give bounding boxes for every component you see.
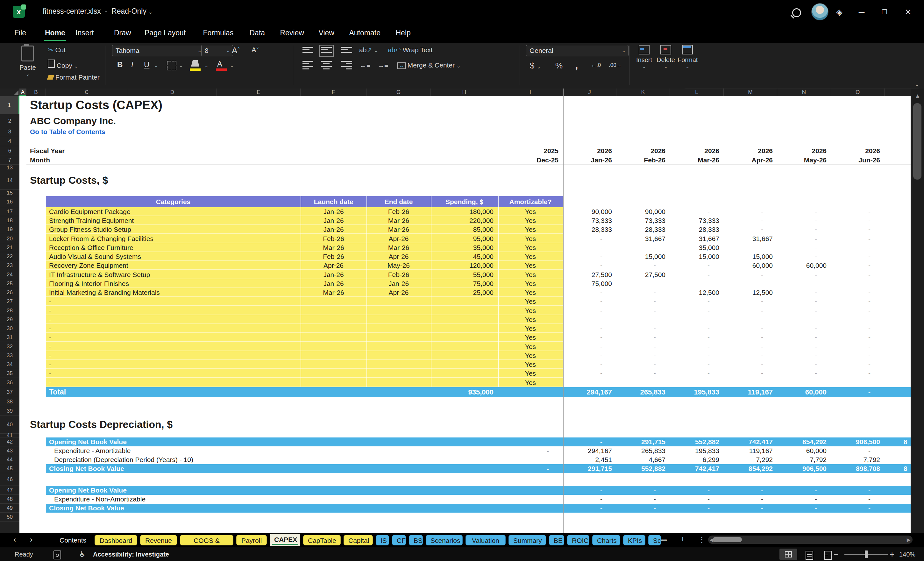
header-amortizable[interactable]: Amortizable? [498,196,563,207]
month-val-M26[interactable]: 12,500 [724,288,777,297]
nam-49-O[interactable]: - [831,504,885,513]
read-only-badge[interactable]: Read-Only [111,7,147,15]
sheet-tab-summary[interactable]: Summary [508,535,546,545]
row-header-24[interactable]: 24 [0,270,20,279]
accessibility-status[interactable]: Accessibility: Investigate [93,547,169,561]
month-val-N36[interactable]: - [777,378,831,387]
sheet-tab-scenarios[interactable]: Scenarios [426,535,463,545]
column-header-F[interactable]: F [301,88,366,96]
dep-43-K[interactable]: 265,833 [616,446,670,455]
month-val-N35[interactable]: - [777,369,831,378]
sheet-tab-roic[interactable]: ROIC [567,535,590,545]
dep-43-label[interactable]: Expenditure - Amortizable [46,446,431,455]
ribbon-tab-automate[interactable]: Automate [343,24,387,43]
amortizable-22[interactable]: Yes [498,252,563,261]
month-val-M31[interactable]: - [724,333,777,342]
category-35[interactable]: - [46,369,301,378]
collapse-ribbon-icon[interactable]: ⌄ [914,80,920,88]
spending-22[interactable]: 45,000 [431,252,498,261]
fiscal-year-M[interactable]: 2026 [724,146,777,155]
category-24[interactable]: IT Infrastructure & Software Setup [46,270,301,279]
month-val-O17[interactable]: - [831,207,885,216]
row-header-40[interactable]: 40 [0,416,20,434]
sheet-tab-capex[interactable]: CAPEX [270,534,300,546]
dep-45-i[interactable]: - [498,464,563,473]
total-K[interactable]: 265,833 [616,387,670,397]
dep-42-K[interactable]: 291,715 [616,438,670,446]
month-N[interactable]: May-26 [777,155,831,165]
ribbon-tab-view[interactable]: View [312,24,341,43]
month-val-N34[interactable]: - [777,360,831,369]
month-val-J26[interactable]: - [563,288,616,297]
month-val-M27[interactable]: - [724,297,777,306]
sheet-tab-captable[interactable]: CapTable [303,535,341,545]
month-val-M36[interactable]: - [724,378,777,387]
month-val-N21[interactable]: - [777,243,831,252]
nam-49-J[interactable]: - [563,504,616,513]
month-val-K23[interactable]: - [616,261,670,270]
month-val-L25[interactable]: - [670,279,724,288]
column-header-I[interactable]: I [498,88,563,96]
header-end-date[interactable]: End date [366,196,431,207]
month-val-L30[interactable]: - [670,324,724,333]
spending-24[interactable]: 55,000 [431,270,498,279]
amortizable-29[interactable]: Yes [498,315,563,324]
month-val-K31[interactable]: - [616,333,670,342]
launch-18[interactable]: Jan-26 [301,216,366,225]
month-val-M33[interactable]: - [724,351,777,360]
sheet-tab-capital[interactable]: Capital [344,535,373,545]
month-val-J17[interactable]: 90,000 [563,207,616,216]
fiscal-year-N[interactable]: 2026 [777,146,831,155]
month-val-J23[interactable]: - [563,261,616,270]
month-val-J25[interactable]: 75,000 [563,279,616,288]
category-26[interactable]: Initial Marketing & Branding Materials [46,288,301,297]
format-cells-button[interactable]: Format⌄ [678,45,697,69]
align-middle-icon[interactable] [321,47,332,55]
amortizable-17[interactable]: Yes [498,207,563,216]
month-val-J31[interactable]: - [563,333,616,342]
month-val-J32[interactable]: - [563,342,616,351]
launch-17[interactable]: Jan-26 [301,207,366,216]
end-25[interactable]: Jan-26 [366,279,431,288]
amortizable-25[interactable]: Yes [498,279,563,288]
month-val-K20[interactable]: 31,667 [616,234,670,243]
column-header-M[interactable]: M [724,88,777,96]
month-val-J33[interactable]: - [563,351,616,360]
month-val-K30[interactable]: - [616,324,670,333]
month-val-K26[interactable]: - [616,288,670,297]
dep-43-L[interactable]: 195,833 [670,446,724,455]
month-val-K21[interactable]: - [616,243,670,252]
month-val-O26[interactable]: - [831,288,885,297]
category-31[interactable]: - [46,333,301,342]
month-val-M23[interactable]: 60,000 [724,261,777,270]
category-25[interactable]: Flooring & Interior Finishes [46,279,301,288]
month-val-K19[interactable]: 28,333 [616,225,670,234]
row-header-41[interactable]: 41 [0,434,20,438]
nam-49-K[interactable]: - [616,504,670,513]
month-val-O20[interactable]: - [831,234,885,243]
row-header-30[interactable]: 30 [0,324,20,333]
month-val-N32[interactable]: - [777,342,831,351]
column-header-E[interactable]: E [217,88,301,96]
nam-49-M[interactable]: - [724,504,777,513]
amortizable-23[interactable]: Yes [498,261,563,270]
ribbon-tab-help[interactable]: Help [389,24,417,43]
month-val-K18[interactable]: 73,333 [616,216,670,225]
orientation-icon[interactable]: ab↗ ⌄ [359,46,378,54]
month-val-O19[interactable]: - [831,225,885,234]
nam-47-L[interactable]: - [670,486,724,495]
month-val-J24[interactable]: 27,500 [563,270,616,279]
dep-42-label[interactable]: Opening Net Book Value [46,438,431,446]
month-val-J19[interactable]: 28,333 [563,225,616,234]
launch-20[interactable]: Feb-26 [301,234,366,243]
month-val-M30[interactable]: - [724,324,777,333]
end-20[interactable]: Apr-26 [366,234,431,243]
month-M[interactable]: Apr-26 [724,155,777,165]
month-val-L36[interactable]: - [670,378,724,387]
scroll-up-arrow[interactable]: ▲ [915,92,921,100]
category-23[interactable]: Recovery Zone Equipment [46,261,301,270]
spending-17[interactable]: 180,000 [431,207,498,216]
nam-49-label[interactable]: Closing Net Book Value [46,504,431,513]
font-color-icon[interactable]: A [217,60,222,69]
month-val-J21[interactable]: - [563,243,616,252]
